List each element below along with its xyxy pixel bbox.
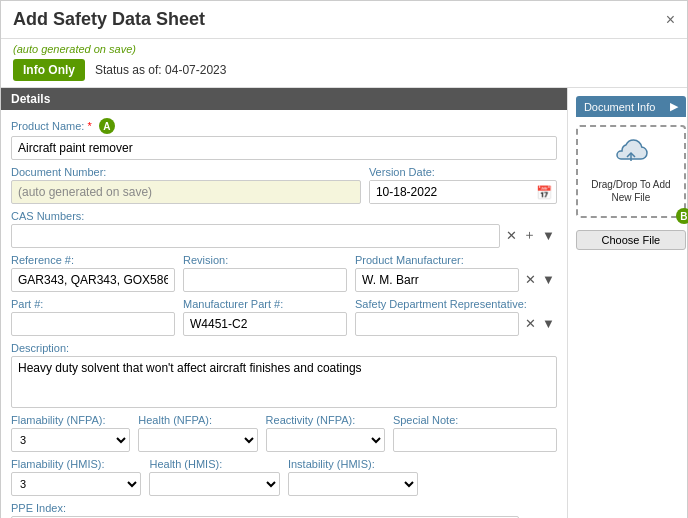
mfr-actions: ✕ ▼ [523, 271, 557, 290]
special-note-group: Special Note: [393, 414, 557, 452]
subheader: (auto generated on save) Info Only Statu… [1, 39, 687, 88]
revision-input[interactable] [183, 268, 347, 292]
ppe-row: PPE Index: ✕ ▼ [11, 502, 557, 518]
description-textarea[interactable]: Heavy duty solvent that won't affect air… [11, 356, 557, 408]
reference-label: Reference #: [11, 254, 175, 266]
manufacturer-part-group: Manufacturer Part #: [183, 298, 347, 336]
cas-actions: ✕ ＋ ▼ [504, 225, 557, 247]
dialog-header: Add Safety Data Sheet × [1, 1, 687, 39]
flamability-nfpa-group: Flamability (NFPA): 3 [11, 414, 130, 452]
part-label: Part #: [11, 298, 175, 310]
safety-dept-group: Safety Department Representative: ✕ ▼ [355, 298, 557, 336]
cas-numbers-label: CAS Numbers: [11, 210, 557, 222]
product-name-label: Product Name: * A [11, 118, 557, 134]
badge-a: A [99, 118, 115, 134]
upload-text: Drag/Drop To Add New File [586, 178, 676, 204]
safety-arrow-button[interactable]: ▼ [540, 315, 557, 332]
left-panel: Details Product Name: * A [1, 88, 567, 518]
flamability-nfpa-label: Flamability (NFPA): [11, 414, 130, 426]
product-name-group: Product Name: * A [11, 118, 557, 160]
chevron-right-icon: ▶ [670, 100, 678, 113]
document-number-label: Document Number: [11, 166, 361, 178]
mfr-arrow-button[interactable]: ▼ [540, 271, 557, 288]
nfpa-row: Flamability (NFPA): 3 Health (NFPA): Rea… [11, 414, 557, 452]
dialog-title: Add Safety Data Sheet [13, 9, 205, 30]
reactivity-nfpa-group: Reactivity (NFPA): [266, 414, 385, 452]
details-section-header: Details [1, 88, 567, 110]
reference-row: Reference #: Revision: Product Manufactu… [11, 254, 557, 292]
product-manufacturer-input[interactable] [355, 268, 519, 292]
reference-input[interactable] [11, 268, 175, 292]
choose-file-button[interactable]: Choose File [576, 230, 686, 250]
health-nfpa-group: Health (NFPA): [138, 414, 257, 452]
version-date-input[interactable] [370, 181, 532, 203]
right-panel: Document Info ▶ Drag/Drop To Add New Fil… [567, 88, 688, 518]
instability-hmis-group: Instability (HMIS): [288, 458, 418, 496]
upload-cloud-icon [586, 139, 676, 174]
instability-hmis-label: Instability (HMIS): [288, 458, 418, 470]
upload-area[interactable]: Drag/Drop To Add New File B [576, 125, 686, 218]
flamability-hmis-label: Flamability (HMIS): [11, 458, 141, 470]
product-manufacturer-label: Product Manufacturer: [355, 254, 557, 266]
part-input[interactable] [11, 312, 175, 336]
safety-x-button[interactable]: ✕ [523, 315, 538, 332]
cas-add-button[interactable]: ✕ [504, 227, 519, 244]
description-row: Description: Heavy duty solvent that won… [11, 342, 557, 408]
health-hmis-label: Health (HMIS): [149, 458, 279, 470]
flamability-hmis-select[interactable]: 3 [11, 472, 141, 496]
health-nfpa-select[interactable] [138, 428, 257, 452]
part-group: Part #: [11, 298, 175, 336]
health-hmis-select[interactable] [149, 472, 279, 496]
safety-dept-label: Safety Department Representative: [355, 298, 557, 310]
version-date-input-container: 📅 [369, 180, 557, 204]
reactivity-nfpa-select[interactable] [266, 428, 385, 452]
auto-generated-label: (auto generated on save) [13, 43, 675, 55]
cas-plus-button[interactable]: ＋ [521, 225, 538, 245]
status-row: Info Only Status as of: 04-07-2023 [13, 59, 675, 81]
instability-hmis-select[interactable] [288, 472, 418, 496]
revision-label: Revision: [183, 254, 347, 266]
health-nfpa-label: Health (NFPA): [138, 414, 257, 426]
main-content: Details Product Name: * A [1, 88, 687, 518]
health-hmis-group: Health (HMIS): [149, 458, 279, 496]
part-row: Part #: Manufacturer Part #: Safety Depa… [11, 298, 557, 336]
form-section: Product Name: * A Document Number: Ve [1, 110, 567, 518]
required-star: * [87, 120, 91, 132]
version-date-label: Version Date: [369, 166, 557, 178]
mfr-x-button[interactable]: ✕ [523, 271, 538, 288]
reference-group: Reference #: [11, 254, 175, 292]
add-sds-dialog: Add Safety Data Sheet × (auto generated … [0, 0, 688, 518]
revision-group: Revision: [183, 254, 347, 292]
close-button[interactable]: × [666, 11, 675, 29]
special-note-input[interactable] [393, 428, 557, 452]
cas-row: CAS Numbers: ✕ ＋ ▼ [11, 210, 557, 248]
status-text: Status as of: 04-07-2023 [95, 63, 226, 77]
cas-numbers-input[interactable] [11, 224, 500, 248]
doc-info-tab[interactable]: Document Info ▶ [576, 96, 686, 117]
description-group: Description: Heavy duty solvent that won… [11, 342, 557, 408]
description-label: Description: [11, 342, 557, 354]
safety-dept-actions: ✕ ▼ [523, 315, 557, 334]
special-note-label: Special Note: [393, 414, 557, 426]
safety-dept-input[interactable] [355, 312, 519, 336]
flamability-hmis-group: Flamability (HMIS): 3 [11, 458, 141, 496]
cas-arrow-button[interactable]: ▼ [540, 227, 557, 244]
reactivity-nfpa-label: Reactivity (NFPA): [266, 414, 385, 426]
product-name-row: Product Name: * A [11, 118, 557, 160]
doc-version-row: Document Number: Version Date: 📅 [11, 166, 557, 204]
ppe-index-group: PPE Index: ✕ ▼ [11, 502, 557, 518]
info-only-button[interactable]: Info Only [13, 59, 85, 81]
version-date-group: Version Date: 📅 [369, 166, 557, 204]
product-name-input[interactable] [11, 136, 557, 160]
ppe-index-label: PPE Index: [11, 502, 557, 514]
manufacturer-part-label: Manufacturer Part #: [183, 298, 347, 310]
product-manufacturer-group: Product Manufacturer: ✕ ▼ [355, 254, 557, 292]
hmis-row: Flamability (HMIS): 3 Health (HMIS): Ins… [11, 458, 557, 496]
flamability-nfpa-select[interactable]: 3 [11, 428, 130, 452]
badge-b: B [676, 208, 688, 224]
document-number-group: Document Number: [11, 166, 361, 204]
cas-numbers-group: CAS Numbers: ✕ ＋ ▼ [11, 210, 557, 248]
manufacturer-part-input[interactable] [183, 312, 347, 336]
calendar-icon[interactable]: 📅 [532, 185, 556, 200]
document-number-input[interactable] [11, 180, 361, 204]
